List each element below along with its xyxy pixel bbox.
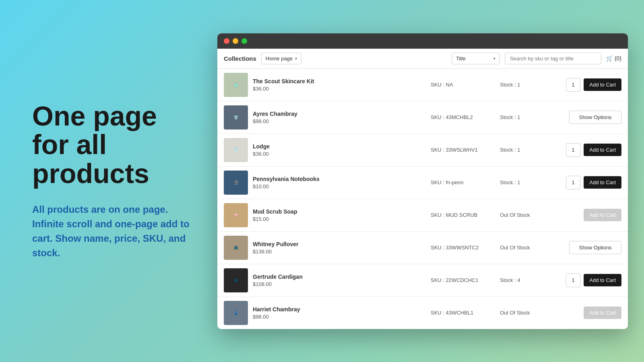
dot-red[interactable] (224, 38, 229, 44)
product-stock: Stock : 1 (500, 114, 548, 120)
product-sku: SKU : NA (431, 82, 495, 88)
product-name: Harriet Chambray (253, 306, 426, 313)
product-action: Add to Cart (553, 143, 621, 157)
product-row: 👗Harriet Chambray$98.00SKU : 43WCHBL1Out… (217, 297, 628, 329)
cart-icon: 🛒 (606, 55, 613, 62)
left-panel: One page for all products All products a… (0, 78, 217, 284)
product-action: Add to Cart (553, 176, 621, 189)
product-name: Gertrude Cardigan (253, 274, 426, 280)
product-price: $108.00 (253, 281, 426, 287)
product-image-soap: 🧼 (224, 203, 248, 227)
product-row: 🧥Whitney Pullover$138.00SKU : 33WWSNTC2O… (217, 232, 628, 264)
quantity-input[interactable] (566, 176, 580, 189)
product-price: $36.00 (253, 151, 426, 157)
add-to-cart-button[interactable]: Add to Cart (584, 144, 621, 156)
quantity-input[interactable] (566, 78, 580, 92)
product-stock: Stock : 1 (500, 147, 548, 153)
chevron-down-icon: ▾ (295, 56, 297, 61)
sort-dropdown[interactable]: Title ▾ (452, 53, 500, 64)
sort-chevron-icon: ▾ (493, 56, 495, 61)
collection-dropdown[interactable]: Home page ▾ (261, 53, 301, 64)
product-action: Add to Cart (553, 274, 621, 287)
browser-window: Collections Home page ▾ Title ▾ 🛒 (0) 🧴T… (217, 33, 628, 329)
product-row: 🧼Mud Scrub Soap$15.00SKU : MUD SCRUBOut … (217, 199, 628, 232)
product-price: $98.00 (253, 118, 426, 124)
product-stock: Stock : 1 (500, 179, 548, 185)
product-sku: SKU : 22WCDCHC1 (431, 277, 495, 283)
product-name: Pennsylvania Notebooks (253, 176, 426, 182)
product-sku: SKU : fn-penn (431, 179, 495, 185)
product-stock: Out Of Stock (500, 310, 548, 316)
product-row: 👕Ayres Chambray$98.00SKU : 43MCHBL2Stock… (217, 101, 628, 134)
product-name: Ayres Chambray (253, 111, 426, 117)
product-action: Show Options (553, 241, 621, 254)
product-action: Show Options (553, 111, 621, 124)
product-info: Whitney Pullover$138.00 (253, 241, 426, 255)
product-image-cardigan: 🧥 (224, 268, 248, 292)
product-info: Harriet Chambray$98.00 (253, 306, 426, 320)
product-image-harriet: 👗 (224, 301, 248, 325)
product-info: Pennsylvania Notebooks$10.00 (253, 176, 426, 189)
product-price: $138.00 (253, 249, 426, 255)
product-info: Ayres Chambray$98.00 (253, 111, 426, 124)
product-name: The Scout Skincare Kit (253, 78, 426, 84)
quantity-input[interactable] (566, 143, 580, 157)
quantity-input[interactable] (566, 274, 580, 287)
product-image-lodge: 👕 (224, 138, 248, 162)
product-info: The Scout Skincare Kit$36.00 (253, 78, 426, 92)
product-row: 🧥Gertrude Cardigan$108.00SKU : 22WCDCHC1… (217, 264, 628, 297)
product-action: Add to Cart (553, 209, 621, 221)
collection-selected-label: Home page (266, 56, 293, 62)
product-stock: Stock : 1 (500, 82, 548, 88)
search-input[interactable] (505, 53, 601, 64)
cart-count: (0) (615, 55, 621, 62)
add-to-cart-button-disabled: Add to Cart (584, 209, 621, 221)
show-options-button[interactable]: Show Options (569, 111, 621, 124)
product-row: 📓Pennsylvania Notebooks$10.00SKU : fn-pe… (217, 167, 628, 199)
cart-button[interactable]: 🛒 (0) (606, 55, 621, 62)
product-stock: Out Of Stock (500, 212, 548, 218)
collections-label: Collections (224, 55, 256, 62)
product-name: Lodge (253, 143, 426, 150)
product-image-scout: 🧴 (224, 73, 248, 97)
hero-title: One page for all products (32, 102, 193, 188)
product-sku: SKU : MUD SCRUB (431, 212, 495, 218)
sort-label: Title (456, 56, 466, 62)
product-price: $15.00 (253, 216, 426, 222)
product-price: $98.00 (253, 314, 426, 320)
product-sku: SKU : 33WWSNTC2 (431, 245, 495, 251)
dot-green[interactable] (242, 38, 247, 44)
product-action: Add to Cart (553, 306, 621, 319)
add-to-cart-button[interactable]: Add to Cart (584, 274, 621, 286)
product-price: $10.00 (253, 183, 426, 189)
product-sku: SKU : 43WCHBL1 (431, 310, 495, 316)
dot-yellow[interactable] (233, 38, 238, 44)
product-row: 👕Lodge$36.00SKU : 33WSLWHV1Stock : 1Add … (217, 134, 628, 167)
product-info: Gertrude Cardigan$108.00 (253, 274, 426, 287)
add-to-cart-button[interactable]: Add to Cart (584, 176, 621, 189)
titlebar (217, 33, 628, 49)
product-name: Whitney Pullover (253, 241, 426, 247)
product-info: Lodge$36.00 (253, 143, 426, 157)
product-stock: Out Of Stock (500, 245, 548, 251)
nav-bar: Collections Home page ▾ Title ▾ 🛒 (0) (217, 49, 628, 69)
add-to-cart-button[interactable]: Add to Cart (584, 78, 621, 91)
show-options-button[interactable]: Show Options (569, 241, 621, 254)
product-sku: SKU : 33WSLWHV1 (431, 147, 495, 153)
product-list: 🧴The Scout Skincare Kit$36.00SKU : NASto… (217, 69, 628, 329)
product-info: Mud Scrub Soap$15.00 (253, 208, 426, 222)
product-row: 🧴The Scout Skincare Kit$36.00SKU : NASto… (217, 69, 628, 101)
product-stock: Stock : 4 (500, 277, 548, 283)
product-image-pullover: 🧥 (224, 236, 248, 260)
product-image-chambray: 👕 (224, 105, 248, 130)
product-image-notebooks: 📓 (224, 171, 248, 195)
product-name: Mud Scrub Soap (253, 208, 426, 215)
app-content: Collections Home page ▾ Title ▾ 🛒 (0) 🧴T… (217, 49, 628, 329)
add-to-cart-button-disabled: Add to Cart (584, 306, 621, 319)
hero-subtitle: All products are on one page. Infinite s… (32, 202, 193, 260)
product-price: $36.00 (253, 86, 426, 92)
product-sku: SKU : 43MCHBL2 (431, 114, 495, 120)
product-action: Add to Cart (553, 78, 621, 92)
